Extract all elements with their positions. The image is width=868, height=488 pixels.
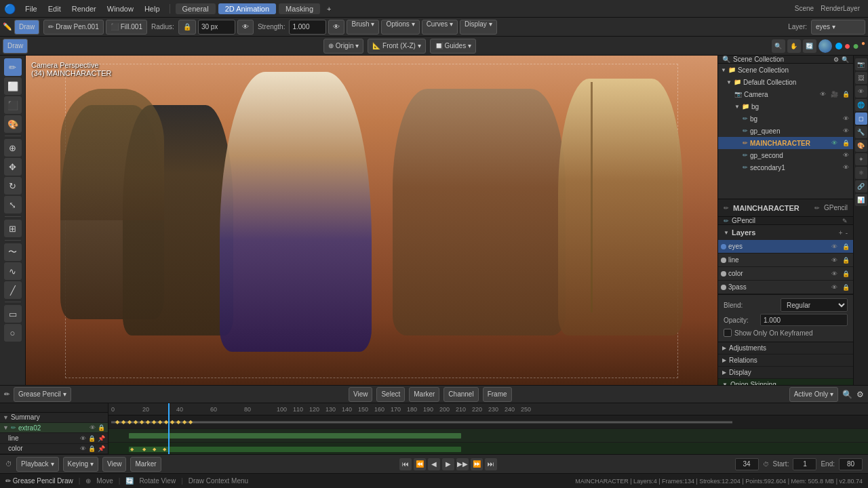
mode-button[interactable]: Draw — [14, 20, 39, 35]
show-keyframed-checkbox[interactable] — [724, 329, 732, 337]
timeline-marker-menu[interactable]: Marker — [409, 387, 439, 402]
jump-end-btn[interactable]: ⏭ — [485, 458, 497, 470]
color-eye[interactable]: 👁 — [80, 445, 86, 452]
active-only-toggle[interactable]: Active Only ▾ — [789, 387, 838, 402]
outliner-maincharacter[interactable]: ✏ MAINCHARACTER 👁 🔒 — [718, 137, 853, 149]
jump-start-btn[interactable]: ⏮ — [399, 458, 412, 470]
draw-mode-btn[interactable]: Draw — [3, 39, 28, 54]
view-dropdown[interactable]: 📐 Front (X-Z) ▾ — [368, 39, 425, 54]
layer-3pass-lock[interactable]: 🔒 — [841, 283, 850, 292]
layers-add-btn[interactable]: + — [839, 229, 843, 237]
side-tab-modifier[interactable]: 🔧 — [855, 126, 867, 138]
prev-keyframe-btn[interactable]: ⏪ — [414, 458, 426, 470]
workspace-add[interactable]: + — [323, 3, 335, 14]
menu-window[interactable]: Window — [103, 3, 138, 14]
tool-fill[interactable]: ⬛ — [4, 96, 22, 114]
outliner-secondary1[interactable]: ✏ secondary1 👁 — [718, 161, 853, 174]
start-frame-display[interactable]: 1 — [793, 458, 816, 470]
strength-input[interactable] — [289, 20, 326, 35]
blend-dropdown[interactable]: Regular — [781, 298, 848, 312]
gp-second-eye[interactable]: 👁 — [841, 150, 850, 160]
color-pin[interactable]: 📌 — [98, 445, 105, 452]
viewport-icon-1[interactable]: 🔍 — [772, 39, 785, 53]
radius-lock[interactable]: 🔒 — [178, 20, 196, 35]
outliner-camera[interactable]: 📷 Camera 👁 🎥 🔒 — [718, 88, 853, 100]
layer-dropdown[interactable]: eyes ▾ — [811, 20, 865, 35]
gp-queen-eye[interactable]: 👁 — [841, 126, 850, 136]
render-layer-selector[interactable]: RenderLayer — [821, 5, 860, 12]
curves-dropdown[interactable]: Curves ▾ — [422, 20, 458, 35]
playhead[interactable] — [168, 403, 170, 454]
extra02-eye[interactable]: 👁 — [90, 424, 96, 431]
layer-3pass[interactable]: 3pass 👁 🔒 — [718, 281, 853, 294]
tool-transform[interactable]: ⊞ — [4, 220, 22, 237]
tool-smooth[interactable]: 〜 — [4, 243, 22, 261]
fill-selector[interactable]: ⬛ Fill.001 — [106, 20, 147, 35]
layer-line-lock[interactable]: 🔒 — [841, 256, 850, 265]
timeline-channel-menu[interactable]: Channel — [443, 387, 478, 402]
line-pin[interactable]: 📌 — [98, 435, 105, 442]
tool-erase[interactable]: ⬜ — [4, 77, 22, 95]
blender-logo-icon[interactable]: 🔵 — [4, 3, 16, 14]
main-char-eye[interactable]: 👁 — [829, 138, 839, 148]
camera-eye[interactable]: 👁 — [818, 89, 827, 99]
workspace-general[interactable]: General — [176, 3, 216, 14]
summary-collapse[interactable]: ▼ — [3, 414, 9, 421]
display-dropdown[interactable]: Display ▾ — [460, 20, 497, 35]
next-keyframe-btn[interactable]: ⏩ — [471, 458, 483, 470]
onion-skinning-section[interactable]: ▼ Onion Skinning — [718, 379, 853, 385]
side-tab-scene[interactable]: 🌐 — [855, 99, 867, 111]
outliner-scene-collection[interactable]: ▼ 📁 Scene Collection — [718, 64, 853, 76]
tool-circle[interactable]: ○ — [4, 324, 22, 342]
layers-header[interactable]: ▼ Layers + - — [718, 225, 853, 240]
search-icon[interactable]: 🔍 — [842, 56, 849, 63]
viewport-gizmo[interactable] — [818, 39, 832, 53]
data-edit-btn[interactable]: ✎ — [842, 218, 848, 224]
outliner-gp-queen[interactable]: ✏ gp_queen 👁 — [718, 125, 853, 137]
workspace-2d-animation[interactable]: 2D Animation — [218, 3, 276, 14]
viewport-icon-2[interactable]: ✋ — [787, 39, 801, 53]
guides-btn[interactable]: 🔲 Guides ▾ — [430, 39, 476, 54]
origin-dropdown[interactable]: ⊕ Origin ▾ — [323, 39, 363, 54]
menu-render[interactable]: Render — [68, 3, 100, 14]
layer-color[interactable]: color 👁 🔒 — [718, 267, 853, 281]
viewport-icon-3[interactable]: 🔄 — [803, 39, 816, 53]
tool-cursor[interactable]: ⊕ — [4, 139, 22, 157]
layers-remove-btn[interactable]: - — [846, 229, 848, 237]
timeline-view-menu[interactable]: View — [349, 387, 373, 402]
tool-tint[interactable]: 🎨 — [4, 115, 22, 133]
next-frame-btn[interactable]: ▶▶ — [456, 458, 469, 470]
menu-edit[interactable]: Edit — [44, 3, 65, 14]
color-lock[interactable]: 🔒 — [88, 445, 96, 452]
grease-pencil-mode-btn[interactable]: Grease Pencil ▾ — [14, 387, 71, 402]
marker-btn-timeline[interactable]: Marker — [130, 457, 161, 472]
outliner-bg-group[interactable]: ▼ 📁 bg — [718, 100, 853, 113]
tool-line[interactable]: ╱ — [4, 281, 22, 299]
side-tab-physics[interactable]: ⚛ — [855, 167, 867, 179]
view-btn-timeline[interactable]: View — [102, 457, 127, 472]
menu-file[interactable]: File — [21, 3, 41, 14]
tool-rotate[interactable]: ↻ — [4, 177, 22, 195]
side-tab-shader[interactable]: 🎨 — [855, 140, 867, 152]
tool-curve[interactable]: ∿ — [4, 262, 22, 280]
secondary1-eye[interactable]: 👁 — [841, 163, 850, 172]
end-frame-display[interactable]: 80 — [839, 458, 863, 470]
outliner-gp-second[interactable]: ✏ gp_second 👁 — [718, 149, 853, 161]
filter-icon[interactable]: ⚙ — [833, 56, 839, 63]
side-tab-data[interactable]: 📊 — [855, 194, 867, 206]
search-timeline-icon[interactable]: 🔍 — [842, 390, 852, 399]
side-tab-view[interactable]: 👁 — [855, 85, 867, 98]
timeline-frame-menu[interactable]: Frame — [483, 387, 512, 402]
play-pause-btn[interactable]: ▶ — [442, 458, 454, 470]
outliner-default-collection[interactable]: ▼ 📁 Default Collection — [718, 76, 853, 88]
display-section[interactable]: ▶ Display — [718, 367, 853, 379]
tool-draw[interactable]: ✏ — [4, 58, 22, 76]
tool-scale[interactable]: ⤡ — [4, 196, 22, 214]
brush-dropdown[interactable]: Brush ▾ — [347, 20, 379, 35]
layer-eyes-lock[interactable]: 🔒 — [841, 242, 850, 251]
filter-icon-timeline[interactable]: ⚙ — [856, 390, 864, 399]
scene-selector[interactable]: Scene — [795, 5, 814, 12]
layer-line[interactable]: line 👁 🔒 — [718, 253, 853, 267]
menu-help[interactable]: Help — [140, 3, 164, 14]
bg-obj-eye[interactable]: 👁 — [841, 114, 850, 123]
